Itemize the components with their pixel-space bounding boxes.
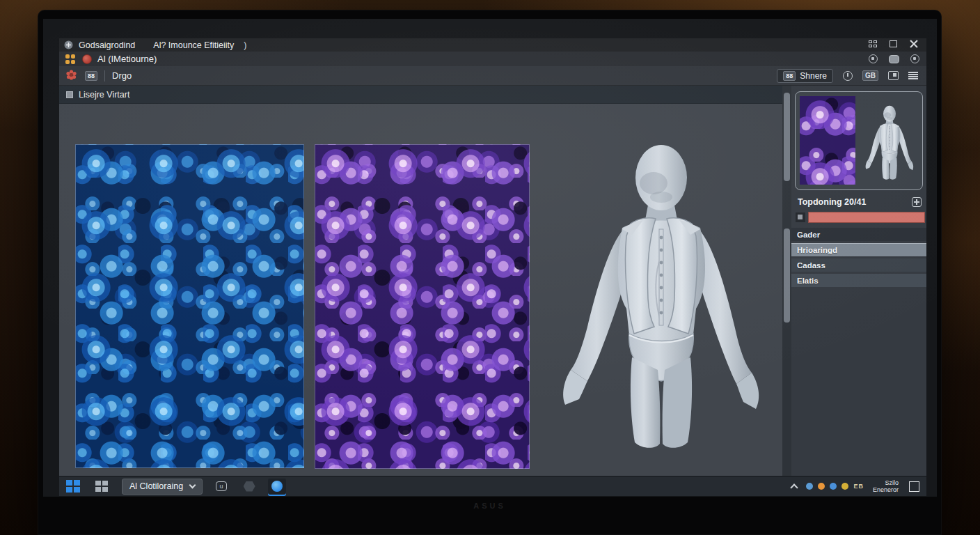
- monitor-brand: ASUS: [38, 502, 942, 510]
- maximize-button[interactable]: [890, 40, 897, 47]
- list-item-elatis[interactable]: Elatis: [791, 274, 926, 287]
- launcher-icon[interactable]: [65, 54, 75, 64]
- viewport-label: Lisejre Virtart: [79, 90, 129, 100]
- settings-flower-icon[interactable]: [66, 70, 77, 82]
- share-badge: 88: [783, 71, 796, 81]
- main-canvas[interactable]: [59, 104, 782, 476]
- share-button[interactable]: 88 Shnere: [777, 69, 833, 83]
- list-menu-icon[interactable]: [908, 72, 918, 80]
- menu-item-drgo[interactable]: Drgo: [112, 70, 132, 81]
- panel-toggle-icon[interactable]: [888, 71, 899, 80]
- viewport-square-icon[interactable]: [66, 91, 73, 98]
- scrollbar-thumb-lower[interactable]: [784, 228, 790, 323]
- sidebar-section-header: Topdoning 20/41: [791, 196, 926, 208]
- list-item-gader[interactable]: Gader: [791, 228, 926, 241]
- tray-chevron-up-icon[interactable]: [791, 483, 798, 491]
- app-tab-row: Al (IMetiourne): [59, 52, 926, 66]
- toolbar: 88 Drgo 88 Shnere GB: [59, 66, 926, 86]
- expand-icon[interactable]: [912, 197, 922, 207]
- browser-icon[interactable]: [82, 54, 92, 64]
- monitor: Godsaigrodind Al? Imounce Efitieiity ) A…: [38, 10, 942, 535]
- progress-row: [791, 211, 926, 223]
- chat-app-icon: [271, 481, 283, 492]
- close-button[interactable]: [910, 40, 918, 48]
- taskbar-app-u[interactable]: u: [212, 479, 230, 495]
- tray-dot-orange-icon[interactable]: [818, 483, 825, 490]
- history-clock-icon[interactable]: [843, 71, 853, 81]
- scrollbar-thumb-upper[interactable]: [784, 93, 790, 181]
- window-grid-icon[interactable]: [869, 40, 877, 47]
- thumbnail-mannequin[interactable]: [860, 96, 918, 185]
- list-item-cadass[interactable]: Cadass: [791, 258, 926, 272]
- app-window: Godsaigrodind Al? Imounce Efitieiity ) A…: [59, 38, 926, 496]
- thumbnail-texture-purple[interactable]: [800, 96, 855, 185]
- title-tab-document[interactable]: Al? Imounce Efitieiity: [153, 40, 234, 50]
- screen-share-icon[interactable]: [889, 55, 899, 63]
- title-tab-project[interactable]: Godsaigrodind: [79, 40, 135, 50]
- record-icon[interactable]: [910, 54, 919, 63]
- hexagon-app-icon: [244, 481, 255, 492]
- title-tab-suffix: ): [244, 40, 246, 50]
- tray-clock[interactable]: Szilo Eneneror: [873, 479, 899, 493]
- section-title: Topdoning 20/41: [798, 197, 866, 207]
- tray-clock-line1: Szilo: [873, 479, 899, 486]
- gb-badge[interactable]: GB: [862, 70, 878, 81]
- tray-eb-badge[interactable]: EB: [853, 483, 864, 490]
- viewport-label-bar: Lisejre Virtart: [59, 86, 782, 104]
- show-desktop-button[interactable]: [909, 481, 919, 492]
- taskbar: Al Clotiloraing u: [59, 476, 926, 496]
- taskbar-app-hex[interactable]: [240, 479, 258, 495]
- tray-dot-lightblue-icon[interactable]: [830, 483, 837, 490]
- title-bar: Godsaigrodind Al? Imounce Efitieiity ): [59, 38, 926, 52]
- divider: [104, 70, 105, 82]
- screen: Godsaigrodind Al? Imounce Efitieiity ) A…: [43, 19, 937, 497]
- app-tab-label[interactable]: Al (IMetiourne): [97, 54, 157, 64]
- texture-preview-blue[interactable]: [75, 144, 304, 468]
- list-item-hrioaringd-selected[interactable]: Hrioaringd: [791, 243, 926, 256]
- u-app-icon: u: [216, 481, 227, 491]
- grid-badge[interactable]: 88: [85, 71, 97, 81]
- tray-dot-gold-icon[interactable]: [841, 483, 848, 490]
- room-background: Godsaigrodind Al? Imounce Efitieiity ) A…: [0, 0, 980, 535]
- taskbar-dropdown-label: Al Clotiloraing: [129, 481, 183, 491]
- chat-bubble-icon[interactable]: [869, 54, 878, 63]
- windows-start-icon[interactable]: [66, 480, 80, 493]
- right-sidebar: Topdoning 20/41 Gader Hrioaringd Cadass …: [791, 86, 926, 476]
- app-grid-icon[interactable]: [95, 481, 108, 492]
- vertical-scrollbar[interactable]: [782, 86, 791, 476]
- taskbar-app-chat-active[interactable]: [268, 479, 286, 495]
- progress-bar[interactable]: [808, 212, 925, 223]
- chevron-down-icon: [189, 482, 196, 489]
- app-splat-icon: [64, 40, 73, 52]
- texture-preview-purple[interactable]: [315, 144, 530, 469]
- tray-clock-line2: Eneneror: [873, 486, 899, 493]
- selection-thumbnail-panel[interactable]: [795, 91, 923, 190]
- tray-dot-blue-icon[interactable]: [806, 483, 813, 490]
- mannequin-3d-view[interactable]: [550, 125, 773, 452]
- share-label: Shnere: [800, 71, 827, 81]
- taskbar-dropdown[interactable]: Al Clotiloraing: [122, 479, 203, 495]
- layer-square-icon[interactable]: [796, 212, 805, 222]
